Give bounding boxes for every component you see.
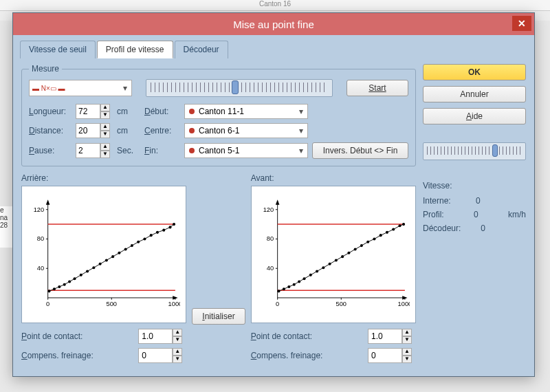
rear-chart: 408012005001000 [21,186,186,323]
profile-speed-unit: km/h [508,210,526,219]
start-label: Début: [144,107,180,116]
svg-point-79 [402,223,405,226]
up-arrow-icon[interactable]: ▲ [402,329,412,336]
measure-legend: Mesure [29,64,62,74]
rear-chart-title: Arrière: [21,173,186,183]
initialize-button[interactable]: IInitialisernitialiser [192,308,245,325]
svg-marker-41 [276,199,280,204]
rear-contact-input[interactable]: 1.0 [138,329,173,344]
length-input[interactable] [76,104,100,119]
decoder-speed-label: Décodeur: [423,224,461,233]
down-arrow-icon[interactable]: ▼ [173,336,182,344]
svg-text:1000: 1000 [168,301,181,307]
internal-speed-label: Interne: [423,196,451,206]
up-arrow-icon[interactable]: ▲ [402,348,412,356]
distance-spinner[interactable]: ▲▼ [76,123,110,138]
rear-contact-label: Point de contact: [21,331,138,341]
length-spinner[interactable]: ▲▼ [76,104,110,119]
svg-text:0: 0 [276,301,279,307]
parent-window-title: Canton 16 [0,0,550,11]
svg-text:80: 80 [37,235,44,242]
svg-text:0: 0 [46,301,50,307]
svg-text:120: 120 [34,206,44,213]
up-arrow-icon[interactable]: ▲ [173,348,182,356]
dialog-title: Mise au point fine [233,19,314,30]
loco-icon: ▬ N×▭ ▬ [32,85,65,92]
front-compens-label: Compens. freinage: [251,351,368,360]
slider-ticks [427,146,522,155]
slider-thumb[interactable] [232,80,239,94]
invert-button[interactable]: Invers. Début <> Fin [312,142,408,159]
center-label: Centre: [144,126,180,135]
end-canton-select[interactable]: Canton 5-1 [184,143,308,158]
speed-slider[interactable] [423,142,526,160]
up-arrow-icon[interactable]: ▲ [100,143,110,151]
start-button[interactable]: Start [346,80,408,96]
profile-speed-label: Profil: [423,210,444,219]
down-arrow-icon[interactable]: ▼ [100,111,110,119]
up-arrow-icon[interactable]: ▲ [173,329,182,336]
cm-label-2: cm [117,126,140,135]
measure-group: Mesure ▬ N×▭ ▬ Start Longueur: [21,64,416,166]
tab-strip: Vitesse de seuil Profil de vitesse Décod… [13,35,534,58]
dialog-titlebar: Mise au point fine ✕ [13,13,534,35]
svg-text:1000: 1000 [397,301,410,307]
length-label: Longueur: [29,107,72,116]
start-canton-select[interactable]: Canton 11-1 [184,104,308,119]
cancel-button[interactable]: Annuler [423,86,526,102]
front-chart: 408012005001000 [251,186,416,323]
measure-slider[interactable] [146,79,333,97]
svg-text:80: 80 [266,235,273,242]
close-icon: ✕ [518,18,526,29]
pause-input[interactable] [76,143,100,158]
help-button[interactable]: Aide [423,108,526,124]
rear-compens-label: Compens. freinage: [21,351,138,360]
close-button[interactable]: ✕ [512,16,531,31]
profile-speed-value: 0 [474,210,478,219]
up-arrow-icon[interactable]: ▲ [100,123,110,131]
down-arrow-icon[interactable]: ▼ [100,151,110,158]
bg-sidebar-fragment: ena28 [0,206,12,248]
svg-marker-1 [46,199,50,204]
red-dot-icon [189,109,195,114]
center-canton-select[interactable]: Canton 6-1 [184,123,308,138]
tab-speed-profile[interactable]: Profil de vitesse [97,41,173,58]
red-dot-icon [189,128,195,133]
loco-selector[interactable]: ▬ N×▭ ▬ [29,80,132,96]
up-arrow-icon[interactable]: ▲ [100,104,110,111]
tab-decoder[interactable]: Décodeur [175,41,228,58]
tab-threshold-speed[interactable]: Vitesse de seuil [20,41,96,58]
front-contact-label: Point de contact: [251,331,368,341]
decoder-speed-value: 0 [481,224,485,233]
down-arrow-icon[interactable]: ▼ [173,356,182,363]
end-label: Fin: [144,146,180,155]
svg-point-58 [277,290,280,292]
sec-label: Sec. [117,146,140,155]
pause-spinner[interactable]: ▲▼ [76,143,110,158]
svg-text:40: 40 [266,265,273,272]
fine-tuning-dialog: Mise au point fine ✕ Vitesse de seuil Pr… [12,12,535,377]
ok-button[interactable]: OK [423,64,526,80]
svg-text:40: 40 [37,265,44,272]
front-chart-title: Avant: [251,173,416,183]
distance-input[interactable] [76,123,100,138]
svg-text:120: 120 [263,206,273,213]
pause-label: Pause: [29,146,72,155]
front-compens-input[interactable]: 0 [368,348,402,363]
down-arrow-icon[interactable]: ▼ [402,336,412,344]
svg-text:500: 500 [107,301,117,307]
speed-header: Vitesse: [423,181,526,190]
slider-ticks [151,83,328,92]
rear-compens-input[interactable]: 0 [138,348,173,363]
red-dot-icon [189,148,195,153]
distance-label: Distance: [29,126,72,135]
front-contact-input[interactable]: 1.0 [368,329,402,344]
down-arrow-icon[interactable]: ▼ [100,131,110,138]
down-arrow-icon[interactable]: ▼ [402,356,412,363]
svg-text:500: 500 [336,301,346,307]
slider-thumb[interactable] [492,144,498,157]
cm-label-1: cm [117,107,140,116]
internal-speed-value: 0 [476,196,481,206]
